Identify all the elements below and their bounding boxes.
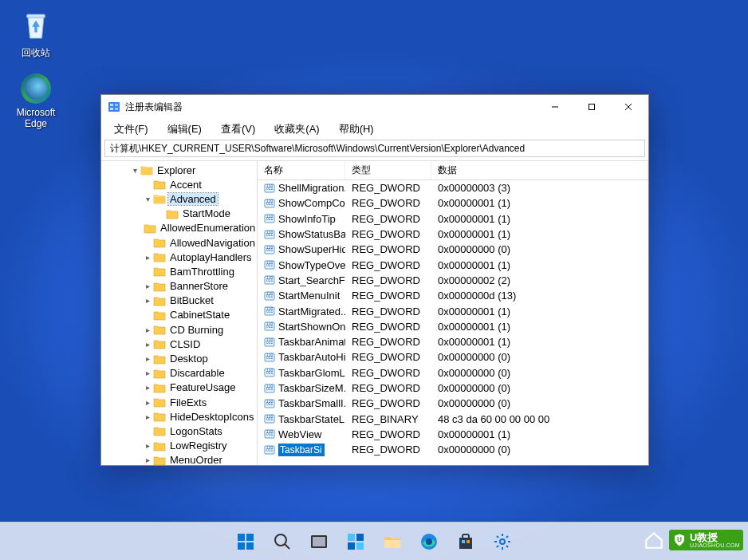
tree-item[interactable]: ▾Explorer [101,163,257,177]
taskbar-file-explorer[interactable] [376,526,408,558]
value-row[interactable]: 011110TaskbarGlomL...REG_DWORD0x00000000… [258,365,648,381]
search-button[interactable] [266,526,298,558]
column-headers[interactable]: 名称 类型 数据 [258,161,648,180]
col-header-type[interactable]: 类型 [345,161,431,179]
tree-item[interactable]: BamThrottling [101,264,257,278]
menu-favorites[interactable]: 收藏夹(A) [266,120,327,138]
svg-text:110: 110 [266,368,274,373]
value-row[interactable]: 011110TaskbarSizeM...REG_DWORD0x00000000… [258,381,648,396]
value-type: REG_DWORD [345,259,431,271]
desktop-icon-edge[interactable]: Microsoft Edge [8,73,64,129]
taskbar-settings[interactable] [486,526,518,558]
widgets-button[interactable] [340,526,372,558]
col-header-data[interactable]: 数据 [431,161,648,179]
menu-help[interactable]: 帮助(H) [331,120,382,138]
value-row[interactable]: 011110ShowCompCol...REG_DWORD0x00000001 … [258,195,648,211]
task-view-button[interactable] [303,526,335,558]
tree-item[interactable]: ▸FileExts [101,395,257,409]
tree-item[interactable]: ▸AutoplayHandlers [101,250,257,264]
taskbar-store[interactable] [450,526,482,558]
value-row[interactable]: 011110TaskbarAutoHi...REG_DWORD0x0000000… [258,349,648,365]
desktop-icon-recycle-bin[interactable]: 回收站 [8,10,64,60]
tree-item[interactable]: ▸CD Burning [101,322,257,337]
expand-icon[interactable]: ▸ [143,282,152,290]
value-type: REG_DWORD [345,213,431,225]
expand-icon[interactable]: ▸ [143,354,152,363]
value-name: Start_SearchFiles [278,274,345,286]
value-row[interactable]: 011110ShowStatusBarREG_DWORD0x00000001 (… [258,227,648,242]
folder-icon [153,396,166,408]
menu-view[interactable]: 查看(V) [213,120,263,138]
values-pane[interactable]: 名称 类型 数据 011110ShellMigration...REG_DWOR… [258,161,648,465]
titlebar[interactable]: 注册表编辑器 [101,95,648,119]
reg-value-icon: 011110 [264,383,275,394]
window-title: 注册表编辑器 [125,101,537,114]
expand-icon[interactable]: ▸ [143,253,152,262]
tree-item[interactable]: Accent [101,177,257,191]
tree-item-label: BitBucket [168,294,215,306]
expand-icon[interactable]: ▾ [130,166,140,175]
value-name: StartMigrated... [278,306,345,317]
expand-icon[interactable]: ▸ [143,383,152,392]
tree-pane[interactable]: ▾ExplorerAccent▾AdvancedStartModeAllowed… [101,161,258,465]
value-row-editing[interactable]: 011110REG_DWORD0x00000000 (0) [258,442,648,457]
svg-text:110: 110 [266,337,274,341]
value-type: REG_DWORD [345,351,431,363]
value-row[interactable]: 011110TaskbarAnimat...REG_DWORD0x0000000… [258,334,648,349]
tree-item[interactable]: AllowedEnumeration [101,221,257,235]
expand-icon[interactable]: ▸ [143,412,152,421]
tree-item[interactable]: ▸FeatureUsage [101,381,257,395]
folder-icon [166,208,179,219]
expand-icon[interactable]: ▸ [143,398,152,407]
tree-item[interactable]: ▸LowRegistry [101,439,257,453]
svg-rect-72 [348,534,355,541]
taskbar-edge[interactable] [413,526,445,558]
tree-item[interactable]: StartMode [101,207,257,221]
value-row[interactable]: 011110StartShownOn...REG_DWORD0x00000001… [258,319,648,334]
value-row[interactable]: 011110WebViewREG_DWORD0x00000001 (1) [258,427,648,442]
tree-item[interactable]: CabinetState [101,308,257,322]
folder-icon [153,353,166,365]
value-row[interactable]: 011110ShowTypeOver...REG_DWORD0x00000001… [258,257,648,272]
address-bar[interactable]: 计算机\HKEY_CURRENT_USER\Software\Microsoft… [104,140,645,157]
tree-item[interactable]: LogonStats [101,424,257,438]
col-header-name[interactable]: 名称 [258,161,345,179]
expand-icon[interactable]: ▸ [143,455,152,464]
tree-item[interactable]: ▾Advanced [101,191,257,206]
value-data: 0x00000001 (1) [431,197,648,209]
tree-item[interactable]: ▸MenuOrder [101,453,257,465]
expand-icon[interactable]: ▾ [143,195,152,203]
expand-icon[interactable]: ▸ [143,340,152,349]
tree-item[interactable]: ▸Discardable [101,366,257,381]
expand-icon[interactable]: ▸ [143,369,152,377]
value-row[interactable]: 011110StartMigrated...REG_DWORD0x0000000… [258,303,648,318]
svg-text:110: 110 [266,414,274,419]
value-name: TaskbarSizeM... [278,382,345,394]
tree-item[interactable]: ▸BannerStore [101,279,257,294]
menu-edit[interactable]: 编辑(E) [159,120,210,138]
value-row[interactable]: 011110StartMenuInitREG_DWORD0x0000000d (… [258,288,648,303]
minimize-button[interactable] [537,95,573,119]
tree-item[interactable]: AllowedNavigation [101,235,257,250]
tree-item[interactable]: ▸Desktop [101,351,257,365]
expand-icon[interactable]: ▸ [143,296,152,305]
maximize-button[interactable] [573,95,610,119]
rename-input[interactable] [278,444,325,456]
folder-icon [153,266,166,277]
tree-item-label: Accent [168,179,203,191]
value-row[interactable]: 011110TaskbarStateL...REG_BINARY48 c3 da… [258,411,648,426]
value-row[interactable]: 011110ShowSuperHid...REG_DWORD0x00000000… [258,242,648,257]
value-row[interactable]: 011110ShowInfoTipREG_DWORD0x00000001 (1) [258,211,648,227]
expand-icon[interactable]: ▸ [143,325,152,334]
close-button[interactable] [610,95,647,119]
reg-value-icon: 011110 [264,198,275,209]
menu-file[interactable]: 文件(F) [106,120,156,138]
expand-icon[interactable]: ▸ [143,441,152,450]
value-row[interactable]: 011110Start_SearchFilesREG_DWORD0x000000… [258,273,648,288]
start-button[interactable] [230,526,262,558]
value-row[interactable]: 011110ShellMigration...REG_DWORD0x000000… [258,180,648,195]
tree-item[interactable]: ▸CLSID [101,337,257,351]
value-row[interactable]: 011110TaskbarSmallI...REG_DWORD0x0000000… [258,396,648,411]
tree-item[interactable]: ▸HideDesktopIcons [101,409,257,424]
tree-item[interactable]: ▸BitBucket [101,294,257,308]
